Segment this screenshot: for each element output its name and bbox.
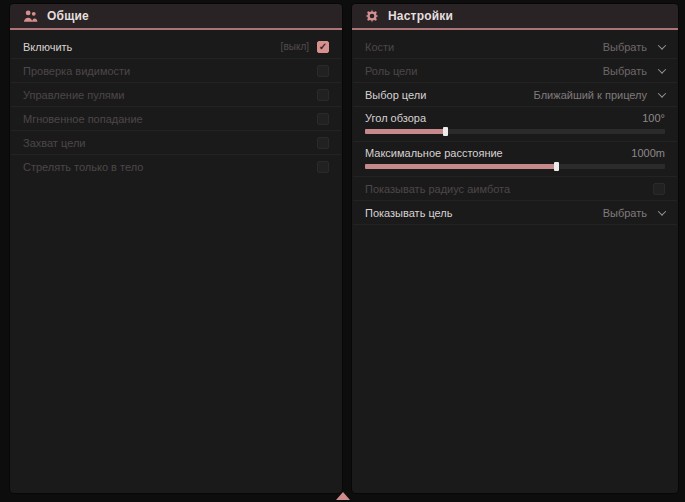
bones-dropdown-value: Выбрать [603, 41, 647, 53]
chevron-down-icon [658, 89, 666, 97]
bullet-control-checkbox[interactable] [317, 89, 329, 101]
instant-hit-checkbox[interactable] [317, 113, 329, 125]
row-target-selection: Выбор цели Ближайший к прицелу [353, 83, 677, 107]
visibility-check-checkbox[interactable] [317, 65, 329, 77]
max-distance-slider-handle[interactable] [554, 162, 559, 171]
general-rows: Включить [выкл] ✓ Проверка видимости Упр… [10, 30, 342, 179]
bullet-control-label: Управление пулями [23, 89, 125, 101]
max-distance-value: 1000m [631, 147, 665, 159]
show-aimbot-radius-label: Показывать радиус аимбота [365, 183, 510, 195]
target-role-dropdown[interactable]: Выбрать [603, 65, 665, 77]
target-role-label: Роль цели [365, 65, 417, 77]
show-target-dropdown-value: Выбрать [603, 207, 647, 219]
gear-icon [365, 9, 379, 23]
enable-checkbox[interactable]: ✓ [317, 41, 329, 53]
bones-label: Кости [365, 41, 394, 53]
show-target-label: Показывать цель [365, 207, 453, 219]
show-aimbot-radius-checkbox[interactable] [653, 183, 665, 195]
target-selection-dropdown[interactable]: Ближайший к прицелу [534, 89, 665, 101]
settings-panel-title: Настройки [388, 9, 453, 23]
fov-slider-fill [365, 129, 446, 134]
settings-panel: Настройки Кости Выбрать Роль цели Выбрат… [352, 4, 678, 493]
max-distance-slider[interactable] [365, 164, 665, 169]
row-bones: Кости Выбрать [353, 35, 677, 59]
row-show-target: Показывать цель Выбрать [353, 201, 677, 225]
row-fov: Угол обзора 100° [353, 107, 677, 142]
enable-label: Включить [23, 41, 72, 53]
row-bullet-control[interactable]: Управление пулями [11, 83, 341, 107]
target-role-dropdown-value: Выбрать [603, 65, 647, 77]
max-distance-slider-fill [365, 164, 557, 169]
settings-panel-header: Настройки [352, 4, 678, 30]
general-panel: Общие Включить [выкл] ✓ Проверка видимос… [10, 4, 342, 493]
row-enable[interactable]: Включить [выкл] ✓ [11, 35, 341, 59]
row-target-role: Роль цели Выбрать [353, 59, 677, 83]
body-only-checkbox[interactable] [317, 161, 329, 173]
target-lock-checkbox[interactable] [317, 137, 329, 149]
chevron-down-icon [658, 41, 666, 49]
enable-hotkey-badge[interactable]: [выкл] [281, 41, 309, 52]
chevron-down-icon [658, 207, 666, 215]
row-max-distance: Максимальное расстояние 1000m [353, 142, 677, 177]
instant-hit-label: Мгновенное попадание [23, 113, 143, 125]
row-target-lock[interactable]: Захват цели [11, 131, 341, 155]
row-visibility-check[interactable]: Проверка видимости [11, 59, 341, 83]
visibility-check-label: Проверка видимости [23, 65, 130, 77]
row-instant-hit[interactable]: Мгновенное попадание [11, 107, 341, 131]
users-icon [23, 10, 38, 23]
show-target-dropdown[interactable]: Выбрать [603, 207, 665, 219]
max-distance-label: Максимальное расстояние [365, 147, 503, 159]
target-selection-label: Выбор цели [365, 89, 426, 101]
body-only-label: Стрелять только в тело [23, 161, 143, 173]
general-panel-title: Общие [47, 9, 89, 23]
fov-slider-handle[interactable] [443, 127, 448, 136]
fov-slider[interactable] [365, 129, 665, 134]
fov-label: Угол обзора [365, 112, 426, 124]
bones-dropdown[interactable]: Выбрать [603, 41, 665, 53]
general-panel-header: Общие [10, 4, 342, 30]
expand-up-arrow[interactable] [336, 492, 350, 500]
settings-rows: Кости Выбрать Роль цели Выбрать Выбор це… [352, 30, 678, 225]
row-show-aimbot-radius[interactable]: Показывать радиус аимбота [353, 177, 677, 201]
row-body-only[interactable]: Стрелять только в тело [11, 155, 341, 179]
fov-value: 100° [642, 112, 665, 124]
target-lock-label: Захват цели [23, 137, 85, 149]
target-selection-dropdown-value: Ближайший к прицелу [534, 89, 647, 101]
chevron-down-icon [658, 65, 666, 73]
